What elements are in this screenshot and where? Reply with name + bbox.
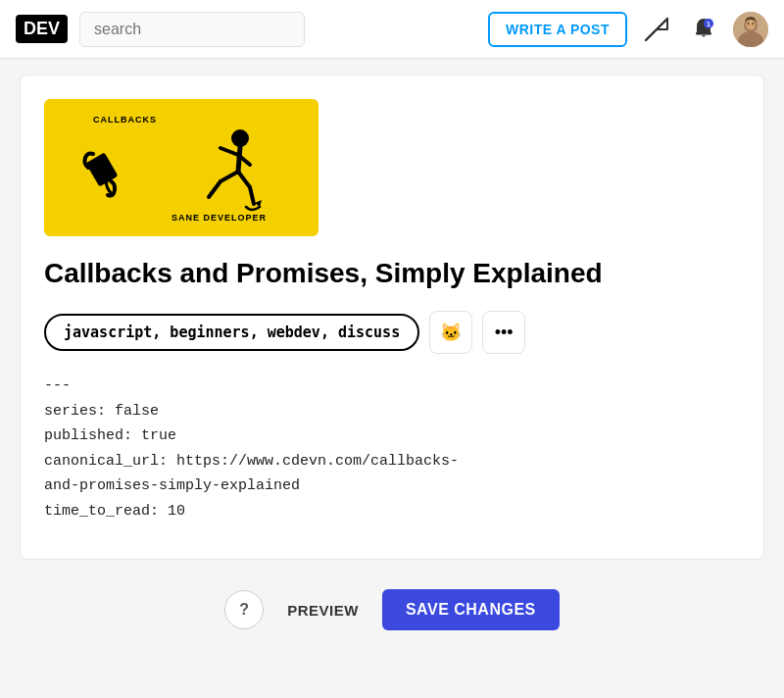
article-card: CALLBACKS <box>20 75 764 560</box>
avatar-image <box>733 12 768 47</box>
frontmatter-line-3: published: true <box>44 424 740 449</box>
article-title: Callbacks and Promises, Simply Explained <box>44 256 740 291</box>
dev-logo[interactable]: DEV <box>16 15 68 43</box>
svg-line-17 <box>209 181 220 197</box>
send-button[interactable] <box>639 12 674 47</box>
reactions-icon: 🐱 <box>440 322 462 343</box>
svg-line-16 <box>220 172 238 181</box>
svg-line-19 <box>250 187 254 204</box>
notification-button[interactable]: 1 <box>686 12 721 47</box>
bell-icon: 1 <box>690 16 717 43</box>
svg-point-12 <box>231 129 249 147</box>
svg-point-9 <box>748 22 750 25</box>
tags-pill[interactable]: javascript, beginners, webdev, discuss <box>44 314 419 351</box>
svg-text:1: 1 <box>707 21 710 27</box>
svg-rect-2 <box>696 32 711 35</box>
more-icon: ••• <box>495 323 514 343</box>
send-icon <box>643 16 670 43</box>
svg-point-10 <box>753 22 755 25</box>
tags-row: javascript, beginners, webdev, discuss 🐱… <box>44 311 740 354</box>
search-input[interactable] <box>79 12 305 47</box>
svg-point-8 <box>746 19 756 29</box>
thumbnail-callbacks-label: CALLBACKS <box>93 115 157 125</box>
preview-button[interactable]: PREVIEW <box>275 594 370 626</box>
help-button[interactable]: ? <box>224 590 264 629</box>
main-content: CALLBACKS <box>0 59 784 698</box>
frontmatter-line-5: and-promises-simply-explained <box>44 474 740 499</box>
frontmatter-line-6: time_to_read: 10 <box>44 499 740 524</box>
reactions-button[interactable]: 🐱 <box>429 311 472 354</box>
phone-icon <box>74 126 152 210</box>
svg-line-18 <box>238 172 250 187</box>
thumbnail-sane-label: SANE DEVELOPER <box>172 213 267 223</box>
frontmatter-line-1: --- <box>44 374 740 399</box>
avatar[interactable] <box>733 12 768 47</box>
svg-line-13 <box>238 147 240 172</box>
save-button[interactable]: SAVE CHANGES <box>382 589 560 630</box>
runner-icon <box>191 121 270 219</box>
svg-line-14 <box>220 148 238 155</box>
article-thumbnail: CALLBACKS <box>44 99 318 236</box>
svg-marker-20 <box>255 200 262 207</box>
top-navigation: DEV WRITE A POST 1 <box>0 0 784 59</box>
frontmatter-line-2: series: false <box>44 399 740 424</box>
frontmatter-line-4: canonical_url: https://www.cdevn.com/cal… <box>44 449 740 474</box>
bottom-toolbar: ? PREVIEW SAVE CHANGES <box>16 579 768 640</box>
write-post-button[interactable]: WRITE A POST <box>488 12 627 47</box>
more-options-button[interactable]: ••• <box>482 311 525 354</box>
frontmatter: --- series: false published: true canoni… <box>44 374 740 524</box>
